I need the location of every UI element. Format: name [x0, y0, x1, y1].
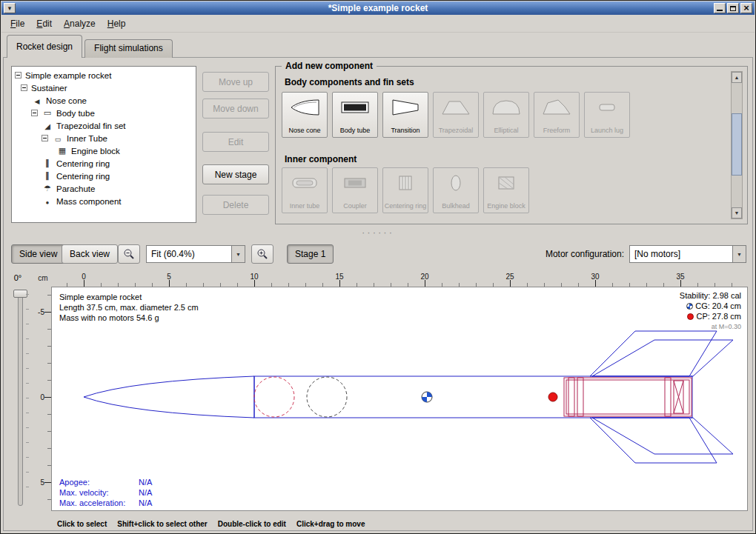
menu-edit[interactable]: Edit [30, 16, 58, 31]
ruler-major-ticks [44, 312, 51, 511]
tree-item-label: Sustainer [31, 84, 67, 93]
tree-item-sustainer[interactable]: Sustainer [12, 81, 196, 94]
add-nose-cone-button[interactable]: Nose cone [282, 92, 328, 138]
menu-help[interactable]: Help [102, 16, 132, 31]
button-label: Coupler [343, 202, 367, 210]
scroll-up-icon[interactable] [732, 72, 742, 83]
zoom-out-button[interactable] [118, 244, 140, 264]
collapse-icon[interactable] [15, 72, 21, 79]
component-scrollbar[interactable] [731, 71, 743, 219]
add-coupler-button[interactable]: Coupler [332, 167, 378, 213]
hint-click-drag: Click+drag to move [296, 520, 365, 528]
delete-button[interactable]: Delete [202, 195, 269, 215]
centering-ring-icon [42, 171, 53, 181]
add-centering-ring-button[interactable]: Centering ring [382, 167, 428, 213]
vertical-ruler: -5 0 5 [33, 287, 51, 511]
button-label: Inner tube [290, 202, 320, 210]
close-button[interactable] [740, 3, 752, 13]
menu-analyze[interactable]: Analyze [58, 16, 102, 31]
button-label: Bulkhead [442, 202, 470, 210]
cg-value: CG: 20.4 cm [695, 301, 741, 310]
motor-mount-outline [564, 378, 692, 416]
body-tube-icon [339, 97, 371, 118]
add-bulkhead-button[interactable]: Bulkhead [433, 167, 479, 213]
tree-item-nose-cone[interactable]: Nose cone [12, 94, 196, 107]
rocket-view-canvas[interactable]: Simple example rocket Length 37.5 cm, ma… [51, 287, 748, 511]
button-label: Elliptical [494, 127, 518, 134]
add-inner-tube-button[interactable]: Inner tube [282, 167, 328, 213]
cg-marker [422, 392, 432, 402]
zoom-in-button[interactable] [251, 244, 273, 264]
button-label: Centering ring [385, 202, 427, 210]
parachute-outline [254, 377, 294, 417]
tree-item-rocket[interactable]: Simple example rocket [12, 69, 196, 81]
nose-cone-icon [288, 97, 321, 118]
launch-lug-icon [591, 97, 623, 118]
motor-configuration-select[interactable]: [No motors] [629, 245, 746, 263]
maximize-icon [730, 6, 736, 11]
stage-1-toggle[interactable]: Stage 1 [287, 244, 334, 264]
splitter-handle[interactable] [1, 227, 755, 236]
tree-item-mass-component[interactable]: Mass component [12, 195, 196, 207]
motor-configuration-label: Motor configuration: [546, 249, 624, 259]
parachute-icon [42, 184, 53, 193]
tree-item-engine-block[interactable]: Engine block [12, 144, 196, 157]
collapse-icon[interactable] [31, 110, 38, 116]
nose-cone-icon [31, 96, 43, 105]
scrollbar-thumb[interactable] [732, 113, 742, 176]
centering-ring-icon [42, 158, 53, 168]
zoom-select[interactable]: Fit (60.4%) [146, 245, 245, 263]
edit-button[interactable]: Edit [202, 132, 269, 152]
ruler-tick-label: 0 [33, 393, 44, 401]
rocket-info: Simple example rocket Length 37.5 cm, ma… [59, 292, 199, 323]
add-elliptical-fin-button[interactable]: Elliptical [483, 92, 529, 138]
collapse-icon[interactable] [42, 135, 48, 141]
mass-component-outline [307, 377, 347, 417]
motor-configuration-value: [No motors] [629, 245, 733, 263]
move-down-button[interactable]: Move down [202, 99, 269, 119]
button-label: Transition [391, 127, 420, 134]
new-stage-button[interactable]: New stage [202, 164, 269, 184]
minimize-icon [717, 5, 723, 11]
add-freeform-fin-button[interactable]: Freeform [534, 92, 580, 138]
chevron-down-icon[interactable] [733, 245, 746, 263]
window-menu-icon[interactable] [4, 3, 16, 13]
cp-value: CP: 27.8 cm [696, 312, 741, 321]
collapse-icon[interactable] [21, 84, 27, 91]
trapezoidal-fin-icon [440, 97, 472, 118]
chevron-down-icon[interactable] [232, 245, 245, 263]
cp-marker [548, 393, 557, 401]
group-title: Add new component [282, 61, 377, 71]
add-trapezoidal-fin-button[interactable]: Trapezoidal [433, 92, 479, 138]
tab-rocket-design[interactable]: Rocket design [7, 35, 82, 58]
tree-item-centering-ring[interactable]: Centering ring [12, 170, 196, 182]
side-view-button[interactable]: Side view [11, 244, 65, 264]
zoom-out-icon [123, 248, 135, 260]
scroll-down-icon[interactable] [732, 207, 742, 218]
back-view-button[interactable]: Back view [62, 244, 118, 264]
add-launch-lug-button[interactable]: Launch lug [584, 92, 630, 138]
add-body-tube-button[interactable]: Body tube [332, 92, 378, 138]
tree-item-parachute[interactable]: Parachute [12, 182, 196, 195]
rotation-slider[interactable] [18, 290, 23, 506]
move-up-button[interactable]: Move up [202, 72, 269, 92]
bulkhead-icon [440, 173, 472, 193]
add-engine-block-button[interactable]: Engine block [483, 167, 529, 213]
maximize-button[interactable] [727, 3, 739, 13]
tab-flight-simulations[interactable]: Flight simulations [84, 39, 173, 58]
centering-ring-icon [389, 173, 422, 193]
minimize-button[interactable] [714, 3, 726, 13]
menu-file[interactable]: File [4, 16, 30, 31]
coupler-icon [339, 173, 371, 193]
flight-data: Apogee:N/A Max. velocity:N/A Max. accele… [59, 477, 152, 508]
tree-item-inner-tube[interactable]: Inner Tube [12, 132, 196, 144]
body-components-label: Body components and fin sets [285, 77, 414, 87]
rocket-name: Simple example rocket [59, 292, 199, 302]
tree-item-fin-set[interactable]: Trapezoidal fin set [12, 119, 196, 132]
add-component-group: Add new component Body components and fi… [275, 66, 748, 224]
mass-component-icon [42, 197, 53, 206]
tree-item-centering-ring[interactable]: Centering ring [12, 157, 196, 170]
add-transition-button[interactable]: Transition [382, 92, 428, 138]
component-tree[interactable]: Simple example rocket Sustainer Nose con… [11, 66, 196, 223]
tree-item-body-tube[interactable]: Body tube [12, 107, 196, 119]
